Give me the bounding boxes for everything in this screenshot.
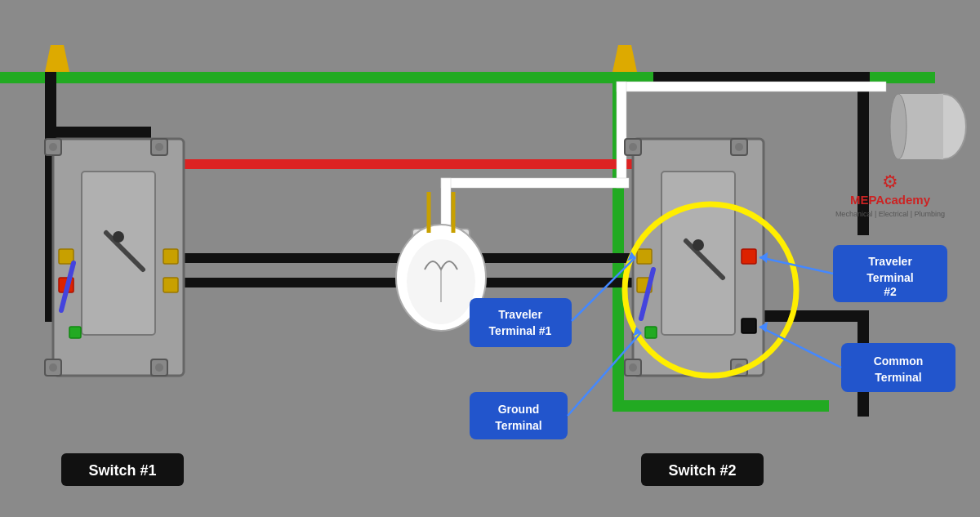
svg-text:Mechanical | Electrical | Plum: Mechanical | Electrical | Plumbing — [835, 210, 945, 218]
svg-point-48 — [629, 363, 637, 372]
svg-point-28 — [49, 143, 57, 151]
svg-rect-55 — [742, 319, 756, 333]
svg-rect-54 — [742, 249, 756, 264]
svg-rect-37 — [163, 278, 178, 292]
svg-text:Switch #1: Switch #1 — [88, 462, 156, 479]
svg-text:Ground: Ground — [498, 403, 540, 416]
svg-rect-91 — [841, 343, 956, 392]
wiring-diagram: Switch #1 Switch #2 Traveler Terminal #1… — [0, 0, 980, 517]
svg-rect-36 — [163, 249, 178, 264]
svg-point-57 — [693, 239, 704, 251]
svg-text:#2: #2 — [884, 285, 897, 298]
svg-rect-75 — [470, 298, 572, 347]
svg-text:Traveler: Traveler — [498, 308, 542, 321]
svg-rect-38 — [69, 327, 81, 338]
svg-point-46 — [629, 143, 637, 151]
svg-point-31 — [155, 363, 163, 372]
svg-text:Terminal: Terminal — [875, 371, 921, 384]
svg-rect-17 — [617, 82, 886, 91]
svg-text:Terminal #1: Terminal #1 — [489, 324, 552, 337]
svg-rect-19 — [441, 178, 629, 188]
svg-rect-32 — [82, 172, 155, 335]
svg-rect-56 — [645, 327, 657, 338]
svg-text:Terminal: Terminal — [495, 419, 541, 432]
svg-rect-7 — [45, 127, 151, 138]
svg-rect-4 — [612, 400, 829, 412]
svg-point-47 — [735, 143, 743, 151]
svg-rect-34 — [59, 249, 74, 264]
svg-text:Common: Common — [874, 354, 924, 368]
wiring-svg: Switch #1 Switch #2 Traveler Terminal #1… — [0, 0, 980, 517]
svg-rect-80 — [470, 392, 568, 439]
svg-rect-52 — [637, 249, 652, 264]
svg-text:Traveler: Traveler — [868, 255, 912, 268]
svg-point-30 — [49, 363, 57, 372]
svg-text:⚙: ⚙ — [882, 172, 898, 192]
svg-point-69 — [890, 94, 906, 159]
svg-rect-18 — [617, 82, 626, 188]
svg-text:Switch #2: Switch #2 — [668, 462, 736, 479]
svg-text:Terminal: Terminal — [866, 271, 913, 284]
svg-text:MEPAcademy: MEPAcademy — [850, 193, 931, 207]
svg-point-29 — [155, 143, 163, 151]
svg-point-39 — [113, 231, 124, 243]
